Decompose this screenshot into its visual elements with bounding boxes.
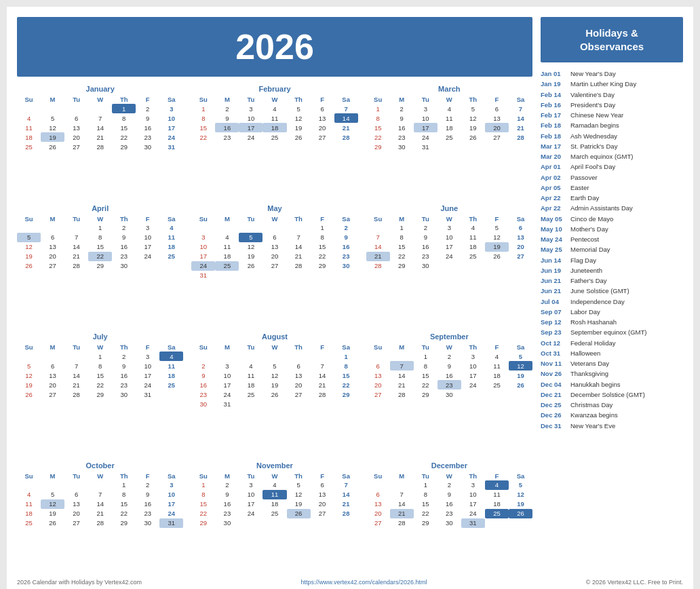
calendar-day: 7 bbox=[334, 480, 358, 490]
calendar-day: 2 bbox=[215, 104, 239, 113]
calendar-day: 28 bbox=[64, 261, 88, 271]
calendar-day: 21 bbox=[334, 499, 358, 509]
day-header: Tu bbox=[239, 343, 262, 352]
calendar-day bbox=[509, 518, 532, 528]
holiday-date: Feb 18 bbox=[541, 132, 566, 141]
calendar-day: 2 bbox=[136, 480, 159, 490]
calendar-day: 24 bbox=[461, 380, 485, 390]
calendar-day: 8 bbox=[334, 361, 358, 370]
calendar-day: 21 bbox=[390, 380, 414, 390]
holiday-date: Sep 07 bbox=[541, 307, 566, 317]
calendar-day: 30 bbox=[136, 142, 159, 151]
calendar-day: 30 bbox=[334, 261, 358, 271]
holiday-name: April Fool's Day bbox=[570, 162, 615, 172]
calendar-day: 26 bbox=[17, 390, 41, 399]
calendar-day: 29 bbox=[414, 390, 438, 399]
calendar-day: 13 bbox=[485, 113, 509, 123]
calendar-day: 4 bbox=[17, 490, 41, 499]
calendar-day: 12 bbox=[17, 242, 41, 252]
calendar-day: 10 bbox=[239, 113, 262, 123]
calendar-day bbox=[17, 104, 41, 113]
calendar-day: 9 bbox=[438, 490, 461, 499]
calendar-day: 3 bbox=[159, 104, 183, 113]
holiday-date: Apr 02 bbox=[541, 173, 566, 183]
calendar-day: 4 bbox=[485, 480, 509, 490]
holiday-name: Flag Day bbox=[570, 256, 596, 265]
calendar-day: 2 bbox=[136, 104, 159, 113]
calendar-day: 20 bbox=[64, 132, 88, 142]
calendar-day: 1 bbox=[112, 104, 136, 113]
day-header: Tu bbox=[239, 472, 262, 480]
calendar-day: 14 bbox=[88, 499, 112, 509]
calendar-day: 20 bbox=[366, 380, 390, 390]
day-header: F bbox=[136, 214, 159, 223]
calendar-day: 29 bbox=[112, 518, 136, 528]
calendar-day: 23 bbox=[112, 380, 136, 390]
calendar-day: 14 bbox=[287, 242, 311, 252]
holiday-row: Nov 11Veterans Day bbox=[541, 359, 683, 368]
calendar-day bbox=[461, 261, 485, 271]
calendar-day: 6 bbox=[366, 361, 390, 370]
calendar-day: 8 bbox=[88, 233, 112, 242]
calendar-day bbox=[311, 518, 334, 528]
calendar-day: 16 bbox=[390, 123, 414, 132]
holiday-date: Jun 14 bbox=[541, 256, 566, 265]
calendar-day: 29 bbox=[88, 261, 112, 271]
calendar-day: 3 bbox=[136, 223, 159, 233]
calendar-day bbox=[390, 352, 414, 361]
day-header: Tu bbox=[414, 472, 438, 480]
calendar-day: 18 bbox=[17, 509, 41, 518]
calendar-day: 22 bbox=[88, 380, 112, 390]
calendar-day: 28 bbox=[334, 132, 358, 142]
calendar-day: 30 bbox=[438, 390, 461, 399]
calendar-day: 27 bbox=[41, 390, 64, 399]
calendar-day: 18 bbox=[159, 370, 183, 380]
calendar-day: 17 bbox=[461, 370, 485, 380]
calendar-day bbox=[64, 480, 88, 490]
calendar-day: 4 bbox=[485, 352, 509, 361]
calendar-day: 3 bbox=[239, 480, 262, 490]
holiday-date: Jan 19 bbox=[541, 79, 566, 89]
calendar-day bbox=[239, 518, 262, 528]
calendar-day: 18 bbox=[159, 242, 183, 252]
calendar-day: 15 bbox=[112, 499, 136, 509]
calendar-day: 30 bbox=[136, 518, 159, 528]
calendar-day: 6 bbox=[262, 233, 286, 242]
holiday-date: Apr 22 bbox=[541, 193, 566, 203]
holiday-date: May 10 bbox=[541, 225, 566, 234]
calendar-day bbox=[262, 271, 286, 280]
holiday-name: Cinco de Mayo bbox=[570, 214, 613, 224]
calendar-day bbox=[159, 261, 183, 271]
day-header: M bbox=[41, 95, 64, 104]
calendar-day: 1 bbox=[88, 223, 112, 233]
calendar-day: 25 bbox=[215, 261, 239, 271]
month-title: February bbox=[191, 85, 357, 93]
calendar-day: 22 bbox=[414, 380, 438, 390]
calendar-day: 2 bbox=[112, 352, 136, 361]
holiday-row: Apr 22Earth Day bbox=[541, 193, 683, 203]
calendar-day bbox=[366, 223, 390, 233]
calendar-day: 20 bbox=[366, 509, 390, 518]
calendar-day: 11 bbox=[159, 361, 183, 370]
calendar-day bbox=[191, 223, 215, 233]
calendar-day bbox=[311, 399, 334, 408]
calendar-day: 19 bbox=[287, 499, 311, 509]
calendar-day: 22 bbox=[366, 132, 390, 142]
calendar-day bbox=[287, 271, 311, 280]
calendar-day: 17 bbox=[159, 499, 183, 509]
calendar-day: 20 bbox=[262, 252, 286, 261]
day-header: Su bbox=[17, 95, 41, 104]
calendar-day: 11 bbox=[159, 233, 183, 242]
month-table: SuMTuWThFSa12345678910111213141516171819… bbox=[191, 472, 357, 528]
holiday-date: Apr 01 bbox=[541, 162, 566, 172]
holiday-date: Sep 12 bbox=[541, 318, 566, 327]
month-title: January bbox=[17, 85, 183, 93]
calendar-day: 18 bbox=[485, 370, 509, 380]
day-header: F bbox=[136, 472, 159, 480]
calendar-day bbox=[509, 390, 532, 399]
calendar-day: 9 bbox=[438, 361, 461, 370]
holiday-date: Dec 31 bbox=[541, 421, 566, 431]
day-header: Th bbox=[461, 343, 485, 352]
calendar-day: 30 bbox=[215, 518, 239, 528]
calendar-day: 5 bbox=[509, 352, 532, 361]
